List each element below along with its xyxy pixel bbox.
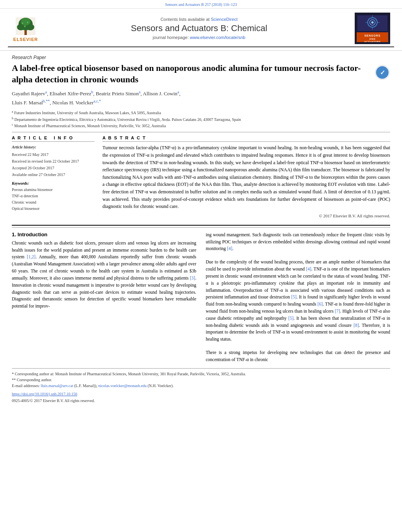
intro-left-paragraph: Chronic wounds such as diabetic foot ulc… [12, 240, 196, 310]
received-revised-date: Received in revised form 22 October 2017 [12, 158, 95, 165]
elsevier-tree-icon [14, 15, 37, 37]
intro-right-paragraph1: ing wound management. Such diagnostic to… [206, 232, 390, 252]
journal-header: Sensors and Actuators B 257 (2018) 116–1… [0, 0, 402, 51]
keywords-block: Keywords: Porous alumina biosensor TNF-α… [12, 181, 95, 212]
svg-point-8 [27, 22, 28, 23]
authors: Gayathri Rajeeva, Elisabet Xifre-Perezb,… [12, 89, 390, 107]
page: Sensors and Actuators B 257 (2018) 116–1… [0, 0, 402, 532]
svg-point-7 [22, 22, 23, 24]
intro-right-paragraph3: There is a strong impetus for developing… [206, 349, 390, 363]
sensors-logo-graphic: SENSORS AND ACTUATORS [357, 15, 388, 42]
divider-after-affiliations [12, 132, 390, 132]
email-link-2[interactable]: nicolas.voelcker@monash.edu [98, 384, 147, 388]
doi-anchor[interactable]: https://doi.org/10.1016/j.snb.2017.10.15… [12, 392, 77, 396]
accepted-date: Accepted 26 October 2017 [12, 165, 95, 171]
body-divider-thin [12, 227, 390, 228]
abstract-text: Tumour necrosis factor-alpha (TNF-α) is … [102, 144, 390, 219]
svg-rect-2 [24, 30, 27, 35]
svg-point-6 [21, 18, 30, 26]
article-info-abstract: A R T I C L E I N F O Article history: R… [12, 135, 390, 219]
svg-point-14 [371, 21, 374, 24]
journal-title-block: Contents lists available at ScienceDirec… [43, 17, 355, 40]
sensors-actuators-logo: SENSORS AND ACTUATORS [355, 13, 390, 44]
article-title-row: A label-free optical biosensor based on … [12, 63, 390, 85]
header-main: ELSEVIER Contents lists available at Sci… [0, 9, 402, 46]
introduction-section: 1. Introduction Chronic wounds such as d… [12, 232, 390, 363]
received-date: Received 22 May 2017 [12, 152, 95, 158]
rights-line: 0925-4005/© 2017 Elsevier B.V. All right… [12, 398, 390, 404]
doi-link: https://doi.org/10.1016/j.snb.2017.10.15… [12, 391, 390, 397]
intro-section-title: 1. Introduction [12, 232, 196, 237]
header-divider [8, 46, 394, 47]
available-date: Available online 27 October 2017 [12, 172, 95, 178]
svg-text:✓: ✓ [380, 69, 385, 76]
abstract-header: A B S T R A C T [102, 135, 390, 142]
keywords-title: Keywords: [12, 181, 95, 185]
article-type: Research Paper [12, 55, 390, 60]
affiliation-b: b Departamento de Ingeniería Electrónica… [12, 116, 390, 122]
article-info-block: Article history: Received 22 May 2017 Re… [12, 144, 95, 178]
article-info-header: A R T I C L E I N F O [12, 135, 95, 142]
affiliation-a: a Future Industries Institute, Universit… [12, 109, 390, 116]
article-title: A label-free optical biosensor based on … [12, 63, 370, 85]
body-divider [12, 225, 390, 226]
svg-text:ACTUATORS: ACTUATORS [364, 41, 381, 42]
footnote-star1: * Corresponding author at: Monash Instit… [12, 371, 390, 377]
intro-right: ing wound management. Such diagnostic to… [206, 232, 390, 363]
intro-right-paragraph2: Due to the complexity of the wound heali… [206, 259, 390, 343]
keyword-1: Porous alumina biosensor [12, 187, 95, 193]
article-info-col: A R T I C L E I N F O Article history: R… [12, 135, 95, 219]
keyword-4: Optical biosensor [12, 206, 95, 212]
contents-line: Contents lists available at ScienceDirec… [43, 17, 355, 22]
journal-title: Sensors and Actuators B: Chemical [43, 23, 355, 33]
affiliations: a Future Industries Institute, Universit… [12, 109, 390, 129]
footnote-star2: ** Corresponding author. [12, 377, 390, 383]
keyword-3: Chronic wound [12, 199, 95, 206]
intro-left: 1. Introduction Chronic wounds such as d… [12, 232, 196, 363]
elsevier-logo: ELSEVIER [8, 15, 43, 42]
article-content: Research Paper A label-free optical bios… [0, 51, 402, 408]
journal-citation: Sensors and Actuators B 257 (2018) 116–1… [165, 2, 237, 7]
affiliation-c: c Monash Institute of Pharmaceutical Sci… [12, 122, 390, 129]
abstract-col: A B S T R A C T Tumour necrosis factor-a… [102, 135, 390, 219]
svg-point-9 [24, 26, 26, 27]
email-link-1[interactable]: lluis.marsal@urv.cat [41, 384, 73, 388]
journal-top-bar: Sensors and Actuators B 257 (2018) 116–1… [0, 0, 402, 9]
crossmark-icon: ✓ [374, 65, 390, 80]
article-history-title: Article history: [12, 144, 95, 150]
svg-text:AND: AND [369, 38, 376, 40]
keyword-2: TNF-α detection [12, 193, 95, 199]
journal-homepage: journal homepage: www.elsevier.com/locat… [43, 35, 355, 40]
copyright: © 2017 Elsevier B.V. All rights reserved… [102, 213, 390, 219]
svg-text:SENSORS: SENSORS [364, 34, 380, 37]
journal-homepage-link[interactable]: www.elsevier.com/locate/snb [190, 35, 246, 40]
footnote-emails: E-mail addresses: lluis.marsal@urv.cat (… [12, 383, 390, 389]
elsevier-text: ELSEVIER [13, 37, 38, 42]
footnotes: * Corresponding author at: Monash Instit… [12, 368, 390, 404]
